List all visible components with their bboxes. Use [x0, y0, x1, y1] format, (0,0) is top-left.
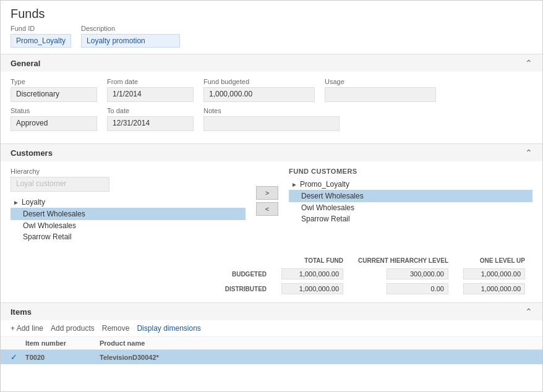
budgeted-total-cell: 1,000,000.00 — [274, 266, 351, 281]
budgeted-one-level-cell: 1,000,000.00 — [456, 266, 532, 281]
budgeted-label: BUDGETED — [218, 266, 274, 281]
items-section: Items ⌃ + Add line Add products Remove D… — [1, 302, 542, 364]
fund-id-label: Fund ID — [11, 25, 71, 32]
tree-group-loyalty: ► Loyalty — [11, 197, 246, 208]
general-collapse-icon[interactable]: ⌃ — [525, 58, 532, 68]
description-field: Description Loyalty promotion — [81, 25, 180, 48]
customers-section-title: Customers — [11, 148, 53, 158]
remove-from-fund-button[interactable]: < — [256, 202, 278, 216]
list-item[interactable]: Sparrow Retail — [289, 213, 532, 224]
items-section-header: Items ⌃ — [1, 303, 542, 320]
list-item[interactable]: Desert Wholesales — [289, 190, 532, 202]
add-line-button[interactable]: + Add line — [11, 324, 43, 333]
from-date-label: From date — [107, 78, 194, 85]
items-grid-header: Item number Product name — [1, 337, 542, 350]
hierarchy-input[interactable]: Loyal customer — [11, 177, 109, 192]
to-date-label: To date — [107, 107, 194, 114]
notes-field: Notes — [203, 107, 340, 131]
list-item[interactable]: Sparrow Retail — [11, 231, 246, 242]
table-row: BUDGETED 1,000,000.00 300,000.00 1,000,0… — [218, 266, 532, 281]
notes-input[interactable] — [203, 116, 340, 131]
customers-collapse-icon[interactable]: ⌃ — [525, 148, 532, 158]
customers-left: Hierarchy Loyal customer ► Loyalty Deser… — [11, 168, 246, 242]
list-item[interactable]: Owl Wholesales — [11, 220, 246, 231]
fund-customers-label: FUND CUSTOMERS — [289, 168, 532, 175]
tree-group-arrow: ► — [13, 199, 19, 206]
from-date-input[interactable]: 1/1/2014 — [107, 87, 194, 102]
fund-budgeted-field: Fund budgeted 1,000,000.00 — [203, 78, 315, 102]
display-dimensions-button[interactable]: Display dimensions — [137, 324, 200, 333]
usage-field: Usage — [325, 78, 436, 102]
general-section-body: Type Discretionary From date 1/1/2014 Fu… — [1, 72, 542, 143]
product-name-cell: TelevisionD30042* — [100, 354, 532, 361]
customers-right: FUND CUSTOMERS ► Promo_Loyalty Desert Wh… — [289, 168, 532, 242]
notes-label: Notes — [203, 107, 340, 114]
page-title: Funds — [1, 1, 542, 25]
row-check: ✓ — [11, 352, 25, 362]
general-row-2: Status Approved To date 12/31/2014 Notes — [11, 107, 532, 131]
table-row[interactable]: ✓ T0020 TelevisionD30042* — [1, 350, 542, 364]
status-field: Status Approved — [11, 107, 97, 131]
col-one-level-up: ONE LEVEL UP — [456, 255, 532, 266]
checkmark-icon: ✓ — [11, 352, 17, 362]
to-date-input[interactable]: 12/31/2014 — [107, 116, 194, 131]
summary-section: TOTAL FUND CURRENT HIERARCHY LEVEL ONE L… — [1, 250, 542, 302]
description-input[interactable]: Loyalty promotion — [81, 34, 180, 48]
from-date-field: From date 1/1/2014 — [107, 78, 194, 102]
col-check — [11, 339, 25, 347]
col-item-number: Item number — [25, 339, 100, 347]
list-item[interactable]: Owl Wholesales — [289, 202, 532, 213]
fund-tree: ► Promo_Loyalty Desert Wholesales Owl Wh… — [289, 179, 532, 224]
customers-body: Hierarchy Loyal customer ► Loyalty Deser… — [1, 161, 542, 250]
fund-header-row: Fund ID Promo_Loyalty Description Loyalt… — [1, 25, 542, 54]
fund-id-field: Fund ID Promo_Loyalty — [11, 25, 71, 48]
general-section-title: General — [11, 59, 40, 68]
to-date-field: To date 12/31/2014 — [107, 107, 194, 131]
list-item[interactable]: Desert Wholesales — [11, 208, 246, 220]
usage-label: Usage — [325, 78, 436, 85]
fund-budgeted-label: Fund budgeted — [203, 78, 315, 85]
item-number-cell: T0020 — [25, 354, 100, 361]
fund-tree-parent-arrow: ► — [291, 181, 297, 188]
customers-section-header: Customers ⌃ — [1, 144, 542, 161]
col-total-fund: TOTAL FUND — [274, 255, 351, 266]
hierarchy-label: Hierarchy — [11, 168, 246, 175]
general-section-header: General ⌃ — [1, 54, 542, 72]
type-label: Type — [11, 78, 97, 85]
col-product-name: Product name — [100, 339, 532, 347]
left-tree: ► Loyalty Desert Wholesales Owl Wholesal… — [11, 197, 246, 242]
fund-tree-parent: ► Promo_Loyalty — [289, 179, 532, 190]
fund-tree-parent-name: Promo_Loyalty — [300, 180, 349, 189]
type-field: Type Discretionary — [11, 78, 97, 102]
items-collapse-icon[interactable]: ⌃ — [525, 307, 532, 317]
general-section: General ⌃ Type Discretionary From date 1… — [1, 54, 542, 143]
distributed-one-level-cell: 1,000,000.00 — [456, 281, 532, 296]
customers-middle: > < — [252, 168, 283, 242]
status-input[interactable]: Approved — [11, 116, 97, 131]
distributed-label: DISTRIBUTED — [218, 281, 274, 296]
fund-budgeted-input[interactable]: 1,000,000.00 — [203, 87, 315, 102]
fund-id-input[interactable]: Promo_Loyalty — [11, 34, 71, 48]
items-section-title: Items — [11, 307, 32, 317]
items-toolbar: + Add line Add products Remove Display d… — [1, 320, 542, 337]
description-label: Description — [81, 25, 180, 32]
customers-section: Customers ⌃ Hierarchy Loyal customer ► L… — [1, 143, 542, 302]
add-to-fund-button[interactable]: > — [256, 186, 278, 200]
col-hierarchy-level: CURRENT HIERARCHY LEVEL — [351, 255, 456, 266]
usage-input[interactable] — [325, 87, 436, 102]
summary-table: TOTAL FUND CURRENT HIERARCHY LEVEL ONE L… — [218, 255, 532, 296]
type-input[interactable]: Discretionary — [11, 87, 97, 102]
remove-button[interactable]: Remove — [102, 324, 130, 333]
add-products-button[interactable]: Add products — [51, 324, 95, 333]
budgeted-hierarchy-cell: 300,000.00 — [351, 266, 456, 281]
status-label: Status — [11, 107, 97, 114]
distributed-total-cell: 1,000,000.00 — [274, 281, 351, 296]
distributed-hierarchy-cell: 0.00 — [351, 281, 456, 296]
table-row: DISTRIBUTED 1,000,000.00 0.00 1,000,000.… — [218, 281, 532, 296]
general-row-1: Type Discretionary From date 1/1/2014 Fu… — [11, 78, 532, 102]
tree-group-name: Loyalty — [22, 198, 45, 207]
